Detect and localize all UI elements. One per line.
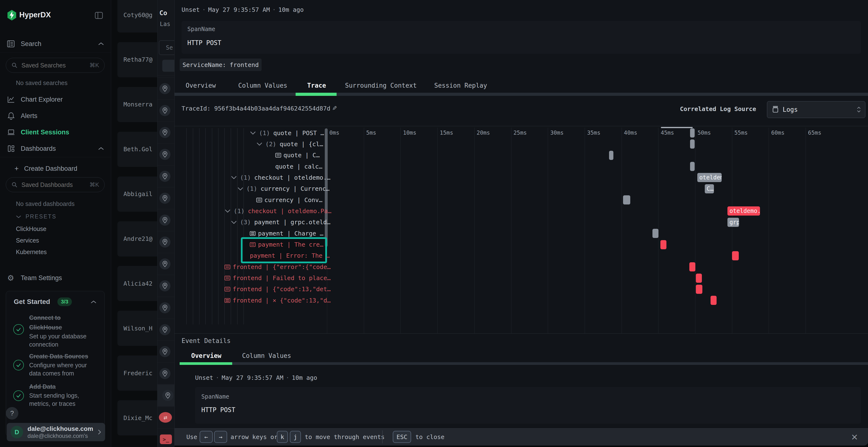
get-started-item[interactable]: Connect to ClickHouse Set up your databa… (29, 313, 87, 348)
trace-tree-row[interactable]: (1)checkout | oteldemo.… (231, 172, 330, 183)
chevron-down-icon[interactable] (237, 187, 244, 191)
preset-clickhouse[interactable]: ClickHouse (16, 226, 46, 232)
span-duration-bar[interactable] (652, 229, 658, 238)
trace-tree-row[interactable]: quote | C… (275, 150, 320, 161)
trace-tree-row[interactable]: (3)payment | grpc.oteld… (231, 217, 330, 228)
get-started-item[interactable]: Create Data Sources Configure where your… (29, 351, 88, 377)
timeline-tick-label: 15ms (440, 130, 453, 136)
trace-tree-row[interactable]: frontend | {"error":{"code… (224, 261, 331, 272)
sidebar-item-alerts[interactable]: Alerts (0, 109, 111, 123)
span-duration-bar[interactable]: C… (705, 184, 714, 194)
span-duration-bar[interactable] (711, 296, 717, 305)
sidebar-item-team-settings[interactable]: ⚙ Team Settings (0, 271, 111, 285)
location-pin-icon[interactable] (159, 346, 170, 357)
tree-indent-guide (199, 128, 199, 324)
sidebar-item-search[interactable]: Search (0, 37, 111, 50)
tree-indent-guide (186, 128, 187, 324)
preset-kubernetes[interactable]: Kubernetes (16, 248, 47, 255)
event-details-tab-overview[interactable]: Overview (191, 352, 221, 359)
trace-tree-row[interactable]: payment | Error: The … (250, 250, 330, 261)
location-pin-icon[interactable] (159, 302, 170, 313)
trace-tree-row[interactable]: (2)quote | {cl… (256, 138, 323, 149)
location-pin-icon[interactable] (159, 149, 170, 160)
span-duration-bar[interactable]: grp (727, 218, 739, 227)
location-pin-icon[interactable] (159, 368, 170, 379)
log-event-icon (275, 153, 281, 158)
span-duration-bar[interactable] (690, 139, 695, 148)
span-duration-bar[interactable] (690, 128, 695, 138)
span-duration-bar[interactable] (623, 195, 630, 204)
chevron-down-icon[interactable] (231, 220, 237, 224)
trace-tree-row[interactable]: (1)quote | POST … (250, 128, 324, 138)
trace-tree-row[interactable]: payment | Charge … (250, 228, 323, 239)
trace-tree-row[interactable]: payment | The cre… (250, 239, 323, 250)
location-pin-icon[interactable] (162, 390, 173, 401)
location-pin-icon[interactable] (159, 280, 170, 291)
trace-tree-row[interactable]: frontend | {"code":13,"det… (224, 284, 331, 295)
preset-services[interactable]: Services (16, 237, 39, 244)
span-duration-bar[interactable] (609, 151, 613, 160)
location-pin-icon[interactable] (159, 237, 170, 248)
collapse-sidebar-icon[interactable] (94, 11, 103, 20)
sidebar: HyperDX Search ⌘K No saved searches Char… (0, 0, 111, 447)
saved-searches-input[interactable]: ⌘K (6, 58, 105, 73)
span-duration-bar[interactable] (696, 285, 702, 294)
location-pin-icon[interactable] (159, 83, 170, 94)
chevron-down-icon[interactable] (256, 142, 262, 146)
location-pin-icon[interactable] (159, 171, 170, 182)
span-duration-bar[interactable] (696, 274, 702, 283)
key-arrow-left[interactable]: ← (199, 431, 213, 443)
search-icon (11, 182, 18, 188)
key-esc[interactable]: ESC (393, 431, 411, 443)
location-pin-icon[interactable] (159, 215, 170, 226)
span-count: (1) (234, 208, 245, 215)
location-pin-icon[interactable] (159, 324, 170, 335)
swap-arrows-icon[interactable]: ⇄ (159, 412, 172, 423)
no-saved-dashboards-text: No saved dashboards (16, 200, 74, 207)
location-pin-icon[interactable] (159, 127, 170, 138)
sidebar-item-client-sessions[interactable]: Client Sessions (0, 126, 111, 139)
chevron-down-icon[interactable] (231, 176, 237, 179)
trace-tree-row[interactable]: frontend | × {"code":13,"d… (224, 295, 331, 306)
terminal-icon[interactable]: >_ (160, 435, 172, 444)
chevron-up-icon[interactable] (90, 300, 97, 304)
location-pin-icon[interactable] (159, 105, 170, 116)
span-duration-bar[interactable]: oteldemo. (727, 206, 760, 215)
event-details-tab-column-values[interactable]: Column Values (242, 352, 291, 359)
span-count: (1) (240, 174, 251, 181)
trace-tree-row[interactable]: (1)currency | Currenc… (237, 183, 330, 194)
span-duration-bar[interactable] (689, 262, 695, 271)
get-started-progress-badge: 3/3 (57, 298, 72, 306)
span-duration-bar[interactable] (732, 251, 739, 260)
log-event-icon (250, 231, 255, 236)
location-pin-icon[interactable] (159, 259, 170, 270)
event-details-meta: Unset·May 27 9:35:57 AM·10m ago (195, 374, 317, 381)
trace-tree-row[interactable]: currency | Conv… (256, 194, 322, 205)
chevron-down-icon[interactable] (224, 209, 231, 213)
location-pin-icon[interactable] (159, 193, 170, 204)
trace-tree-row[interactable]: (1)checkout | oteldemo.Pa… (224, 205, 331, 216)
get-started-item[interactable]: Add Data Start sending logs, metrics, or… (29, 382, 79, 408)
chevron-down-icon[interactable] (250, 131, 256, 135)
key-j[interactable]: j (290, 431, 301, 443)
sidebar-item-dashboards[interactable]: Dashboards (0, 142, 111, 156)
close-icon[interactable]: × (851, 432, 858, 442)
span-duration-bar[interactable] (690, 162, 695, 171)
session-user-email: Retha77@ (123, 56, 152, 63)
sidebar-item-chart-explorer[interactable]: Chart Explorer (0, 93, 111, 106)
user-menu[interactable]: D dale@clickhouse.com dale@clickhouse.co… (7, 423, 105, 441)
panel-button-clipped[interactable] (162, 60, 175, 72)
session-user-email: Wilson_H (123, 325, 152, 332)
help-button[interactable]: ? (6, 407, 18, 419)
span-duration-bar[interactable] (660, 240, 666, 249)
create-dashboard-button[interactable]: + Create Dashboard (0, 162, 111, 175)
presets-toggle[interactable]: PRESETS (16, 213, 56, 220)
span-label: checkout | oteldemo.Pa… (248, 208, 331, 215)
key-arrow-right[interactable]: → (214, 431, 227, 443)
span-duration-bar[interactable]: oteldemo… (697, 173, 722, 182)
panel-search-input-clipped[interactable]: Se (159, 40, 175, 55)
saved-dashboards-input[interactable]: ⌘K (6, 177, 105, 192)
key-k[interactable]: k (277, 431, 288, 443)
trace-tree-row[interactable]: quote | calc… (275, 161, 322, 172)
trace-tree-row[interactable]: frontend | Failed to place… (224, 273, 331, 284)
